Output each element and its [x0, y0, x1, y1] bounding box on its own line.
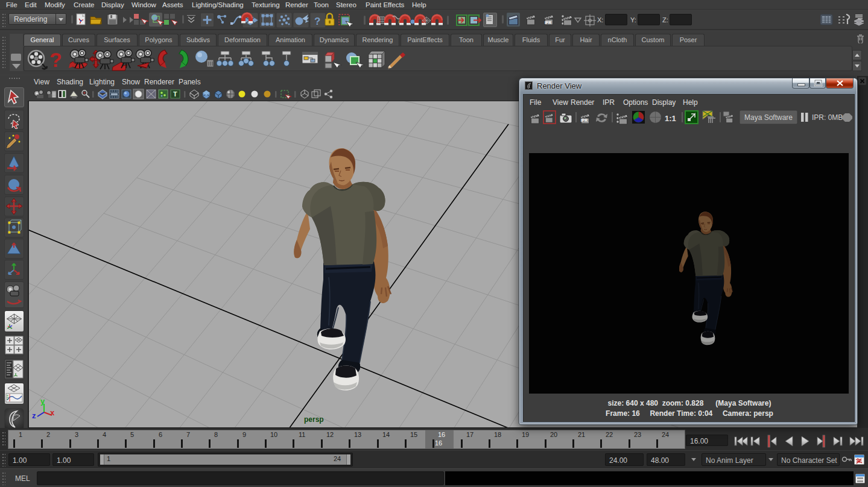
svg-text:y: y [40, 397, 45, 406]
svg-text:persp: persp [304, 415, 324, 424]
svg-text:?: ? [49, 48, 62, 71]
svg-text:x: x [50, 408, 55, 417]
svg-text:IPR: IPR [581, 118, 588, 122]
svg-text:IPR: 0MB: IPR: 0MB [812, 113, 843, 122]
svg-text:1:1: 1:1 [665, 114, 676, 123]
svg-text:Maya Software: Maya Software [744, 113, 793, 122]
svg-text:IPR: IPR [545, 20, 551, 25]
svg-text:T: T [173, 90, 177, 98]
svg-text:z: z [32, 411, 36, 420]
svg-text:?: ? [314, 16, 320, 27]
